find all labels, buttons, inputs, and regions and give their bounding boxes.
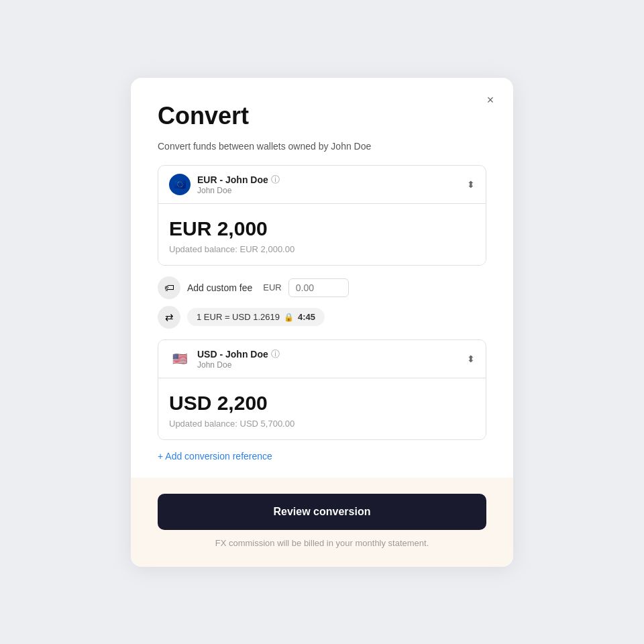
bottom-section: Review conversion FX commission will be … — [131, 478, 513, 567]
fee-input[interactable] — [288, 278, 349, 297]
source-wallet-info: 🇪🇺 EUR - John Doe ⓘ John Doe — [169, 174, 280, 195]
page-title: Convert — [158, 102, 486, 130]
fee-currency: EUR — [263, 282, 281, 292]
source-flag: 🇪🇺 — [169, 174, 191, 195]
add-reference-label: + Add conversion reference — [158, 451, 272, 462]
target-wallet-name: USD - John Doe — [197, 349, 268, 360]
modal: × Convert Convert funds between wallets … — [131, 78, 513, 567]
target-wallet-header[interactable]: 🇺🇸 USD - John Doe ⓘ John Doe ⬍ — [158, 340, 486, 378]
close-button[interactable]: × — [481, 91, 500, 110]
fee-label: Add custom fee — [187, 282, 252, 293]
source-balance: Updated balance: EUR 2,000.00 — [169, 244, 475, 254]
source-select-arrow: ⬍ — [467, 179, 475, 190]
source-wallet-header[interactable]: 🇪🇺 EUR - John Doe ⓘ John Doe ⬍ — [158, 166, 486, 204]
target-amount: USD 2,200 — [169, 392, 475, 415]
rate-badge: 1 EUR = USD 1.2619 🔒 4:45 — [187, 308, 325, 326]
rate-icon-circle: ⇄ — [158, 306, 180, 329]
add-reference-link[interactable]: + Add conversion reference — [158, 451, 486, 462]
modal-subtitle: Convert funds between wallets owned by J… — [158, 141, 486, 152]
target-wallet-info: 🇺🇸 USD - John Doe ⓘ John Doe — [169, 348, 280, 370]
fee-icon: 🏷 — [164, 282, 174, 293]
fee-row: 🏷 Add custom fee EUR — [158, 276, 486, 299]
disclaimer-text: FX commission will be billed in your mon… — [158, 538, 486, 548]
target-wallet-owner: John Doe — [197, 360, 280, 370]
source-amount: EUR 2,000 — [169, 217, 475, 240]
rate-timer: 4:45 — [298, 312, 315, 322]
middle-section: 🏷 Add custom fee EUR ⇄ 1 EUR = USD 1.261… — [158, 276, 486, 329]
target-balance: Updated balance: USD 5,700.00 — [169, 419, 475, 429]
rate-row: ⇄ 1 EUR = USD 1.2619 🔒 4:45 — [158, 306, 486, 329]
target-select-arrow: ⬍ — [467, 354, 475, 364]
source-amount-area: EUR 2,000 Updated balance: EUR 2,000.00 — [158, 204, 486, 265]
target-wallet-name-block: USD - John Doe ⓘ John Doe — [197, 348, 280, 370]
target-wallet-card: 🇺🇸 USD - John Doe ⓘ John Doe ⬍ USD 2,200… — [158, 339, 486, 440]
lock-icon: 🔒 — [284, 313, 294, 322]
target-amount-area: USD 2,200 Updated balance: USD 5,700.00 — [158, 378, 486, 439]
target-flag: 🇺🇸 — [169, 348, 191, 370]
source-info-icon: ⓘ — [271, 174, 280, 186]
rate-label: 1 EUR = USD 1.2619 — [197, 312, 280, 322]
fee-icon-circle: 🏷 — [158, 276, 180, 299]
source-wallet-owner: John Doe — [197, 186, 280, 195]
target-info-icon: ⓘ — [271, 348, 280, 360]
review-conversion-button[interactable]: Review conversion — [158, 494, 486, 530]
source-wallet-card: 🇪🇺 EUR - John Doe ⓘ John Doe ⬍ EUR 2,000… — [158, 165, 486, 266]
source-wallet-name: EUR - John Doe — [197, 174, 268, 185]
convert-arrows-icon: ⇄ — [165, 311, 174, 323]
source-wallet-name-block: EUR - John Doe ⓘ John Doe — [197, 174, 280, 195]
